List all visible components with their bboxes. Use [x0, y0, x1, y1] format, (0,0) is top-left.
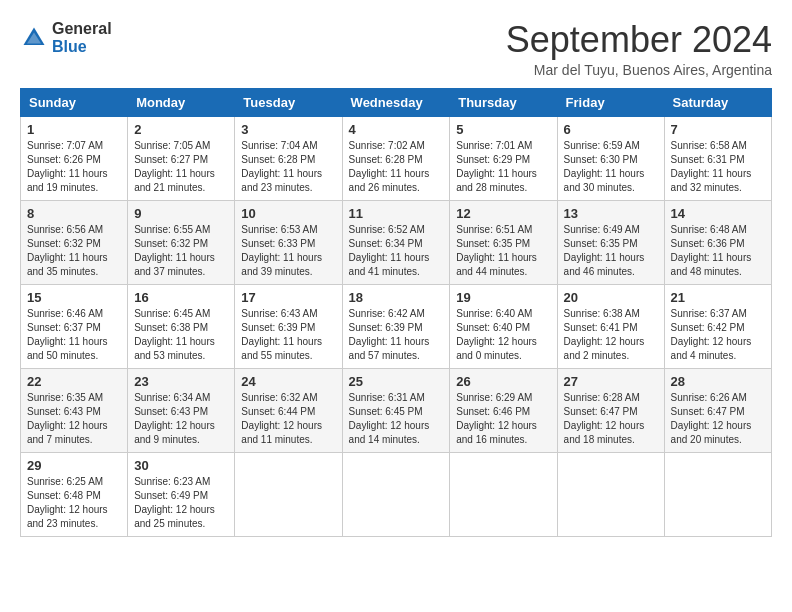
day-number: 23 [134, 374, 228, 389]
day-cell: 13Sunrise: 6:49 AM Sunset: 6:35 PM Dayli… [557, 200, 664, 284]
day-number: 16 [134, 290, 228, 305]
day-info: Sunrise: 7:07 AM Sunset: 6:26 PM Dayligh… [27, 139, 121, 195]
day-number: 14 [671, 206, 765, 221]
day-cell [557, 452, 664, 536]
day-number: 2 [134, 122, 228, 137]
logo-general-text: General [52, 20, 112, 38]
day-number: 7 [671, 122, 765, 137]
month-title: September 2024 [506, 20, 772, 60]
day-info: Sunrise: 6:32 AM Sunset: 6:44 PM Dayligh… [241, 391, 335, 447]
day-info: Sunrise: 6:43 AM Sunset: 6:39 PM Dayligh… [241, 307, 335, 363]
day-number: 18 [349, 290, 444, 305]
day-number: 22 [27, 374, 121, 389]
day-cell: 2Sunrise: 7:05 AM Sunset: 6:27 PM Daylig… [128, 116, 235, 200]
day-info: Sunrise: 6:28 AM Sunset: 6:47 PM Dayligh… [564, 391, 658, 447]
day-cell: 20Sunrise: 6:38 AM Sunset: 6:41 PM Dayli… [557, 284, 664, 368]
day-info: Sunrise: 6:52 AM Sunset: 6:34 PM Dayligh… [349, 223, 444, 279]
day-number: 13 [564, 206, 658, 221]
day-info: Sunrise: 6:25 AM Sunset: 6:48 PM Dayligh… [27, 475, 121, 531]
day-info: Sunrise: 6:35 AM Sunset: 6:43 PM Dayligh… [27, 391, 121, 447]
day-cell: 11Sunrise: 6:52 AM Sunset: 6:34 PM Dayli… [342, 200, 450, 284]
week-row-2: 8Sunrise: 6:56 AM Sunset: 6:32 PM Daylig… [21, 200, 772, 284]
day-cell [235, 452, 342, 536]
week-row-5: 29Sunrise: 6:25 AM Sunset: 6:48 PM Dayli… [21, 452, 772, 536]
day-info: Sunrise: 6:37 AM Sunset: 6:42 PM Dayligh… [671, 307, 765, 363]
day-info: Sunrise: 6:59 AM Sunset: 6:30 PM Dayligh… [564, 139, 658, 195]
day-number: 25 [349, 374, 444, 389]
day-cell: 7Sunrise: 6:58 AM Sunset: 6:31 PM Daylig… [664, 116, 771, 200]
day-info: Sunrise: 6:42 AM Sunset: 6:39 PM Dayligh… [349, 307, 444, 363]
day-cell: 17Sunrise: 6:43 AM Sunset: 6:39 PM Dayli… [235, 284, 342, 368]
day-info: Sunrise: 6:40 AM Sunset: 6:40 PM Dayligh… [456, 307, 550, 363]
day-cell: 18Sunrise: 6:42 AM Sunset: 6:39 PM Dayli… [342, 284, 450, 368]
day-info: Sunrise: 6:56 AM Sunset: 6:32 PM Dayligh… [27, 223, 121, 279]
calendar-table: SundayMondayTuesdayWednesdayThursdayFrid… [20, 88, 772, 537]
day-info: Sunrise: 6:51 AM Sunset: 6:35 PM Dayligh… [456, 223, 550, 279]
day-info: Sunrise: 6:31 AM Sunset: 6:45 PM Dayligh… [349, 391, 444, 447]
day-cell: 5Sunrise: 7:01 AM Sunset: 6:29 PM Daylig… [450, 116, 557, 200]
day-cell: 28Sunrise: 6:26 AM Sunset: 6:47 PM Dayli… [664, 368, 771, 452]
column-header-thursday: Thursday [450, 88, 557, 116]
week-row-1: 1Sunrise: 7:07 AM Sunset: 6:26 PM Daylig… [21, 116, 772, 200]
logo: General Blue [20, 20, 112, 55]
calendar-header-row: SundayMondayTuesdayWednesdayThursdayFrid… [21, 88, 772, 116]
day-info: Sunrise: 6:34 AM Sunset: 6:43 PM Dayligh… [134, 391, 228, 447]
day-number: 3 [241, 122, 335, 137]
day-number: 12 [456, 206, 550, 221]
day-cell: 4Sunrise: 7:02 AM Sunset: 6:28 PM Daylig… [342, 116, 450, 200]
day-info: Sunrise: 6:23 AM Sunset: 6:49 PM Dayligh… [134, 475, 228, 531]
day-info: Sunrise: 6:26 AM Sunset: 6:47 PM Dayligh… [671, 391, 765, 447]
day-cell: 15Sunrise: 6:46 AM Sunset: 6:37 PM Dayli… [21, 284, 128, 368]
column-header-wednesday: Wednesday [342, 88, 450, 116]
day-cell [450, 452, 557, 536]
day-info: Sunrise: 6:58 AM Sunset: 6:31 PM Dayligh… [671, 139, 765, 195]
day-cell: 30Sunrise: 6:23 AM Sunset: 6:49 PM Dayli… [128, 452, 235, 536]
day-cell [664, 452, 771, 536]
location-title: Mar del Tuyu, Buenos Aires, Argentina [506, 62, 772, 78]
day-info: Sunrise: 6:48 AM Sunset: 6:36 PM Dayligh… [671, 223, 765, 279]
column-header-monday: Monday [128, 88, 235, 116]
day-number: 9 [134, 206, 228, 221]
logo-blue-text: Blue [52, 38, 112, 56]
day-info: Sunrise: 7:02 AM Sunset: 6:28 PM Dayligh… [349, 139, 444, 195]
day-number: 11 [349, 206, 444, 221]
day-cell: 8Sunrise: 6:56 AM Sunset: 6:32 PM Daylig… [21, 200, 128, 284]
day-cell: 26Sunrise: 6:29 AM Sunset: 6:46 PM Dayli… [450, 368, 557, 452]
week-row-3: 15Sunrise: 6:46 AM Sunset: 6:37 PM Dayli… [21, 284, 772, 368]
day-cell: 24Sunrise: 6:32 AM Sunset: 6:44 PM Dayli… [235, 368, 342, 452]
day-cell: 14Sunrise: 6:48 AM Sunset: 6:36 PM Dayli… [664, 200, 771, 284]
page-header: General Blue September 2024 Mar del Tuyu… [20, 20, 772, 78]
day-info: Sunrise: 6:45 AM Sunset: 6:38 PM Dayligh… [134, 307, 228, 363]
day-number: 5 [456, 122, 550, 137]
logo-icon [20, 24, 48, 52]
day-cell: 27Sunrise: 6:28 AM Sunset: 6:47 PM Dayli… [557, 368, 664, 452]
day-info: Sunrise: 6:46 AM Sunset: 6:37 PM Dayligh… [27, 307, 121, 363]
day-number: 30 [134, 458, 228, 473]
day-number: 26 [456, 374, 550, 389]
day-cell: 12Sunrise: 6:51 AM Sunset: 6:35 PM Dayli… [450, 200, 557, 284]
day-number: 28 [671, 374, 765, 389]
day-info: Sunrise: 7:05 AM Sunset: 6:27 PM Dayligh… [134, 139, 228, 195]
day-cell: 1Sunrise: 7:07 AM Sunset: 6:26 PM Daylig… [21, 116, 128, 200]
week-row-4: 22Sunrise: 6:35 AM Sunset: 6:43 PM Dayli… [21, 368, 772, 452]
day-cell: 9Sunrise: 6:55 AM Sunset: 6:32 PM Daylig… [128, 200, 235, 284]
column-header-sunday: Sunday [21, 88, 128, 116]
day-cell: 19Sunrise: 6:40 AM Sunset: 6:40 PM Dayli… [450, 284, 557, 368]
day-number: 4 [349, 122, 444, 137]
day-cell [342, 452, 450, 536]
day-number: 27 [564, 374, 658, 389]
day-cell: 21Sunrise: 6:37 AM Sunset: 6:42 PM Dayli… [664, 284, 771, 368]
column-header-friday: Friday [557, 88, 664, 116]
day-cell: 29Sunrise: 6:25 AM Sunset: 6:48 PM Dayli… [21, 452, 128, 536]
day-info: Sunrise: 6:53 AM Sunset: 6:33 PM Dayligh… [241, 223, 335, 279]
day-number: 24 [241, 374, 335, 389]
day-number: 10 [241, 206, 335, 221]
day-cell: 22Sunrise: 6:35 AM Sunset: 6:43 PM Dayli… [21, 368, 128, 452]
day-info: Sunrise: 6:38 AM Sunset: 6:41 PM Dayligh… [564, 307, 658, 363]
day-number: 8 [27, 206, 121, 221]
title-area: September 2024 Mar del Tuyu, Buenos Aire… [506, 20, 772, 78]
day-cell: 6Sunrise: 6:59 AM Sunset: 6:30 PM Daylig… [557, 116, 664, 200]
day-cell: 3Sunrise: 7:04 AM Sunset: 6:28 PM Daylig… [235, 116, 342, 200]
day-cell: 16Sunrise: 6:45 AM Sunset: 6:38 PM Dayli… [128, 284, 235, 368]
day-cell: 25Sunrise: 6:31 AM Sunset: 6:45 PM Dayli… [342, 368, 450, 452]
